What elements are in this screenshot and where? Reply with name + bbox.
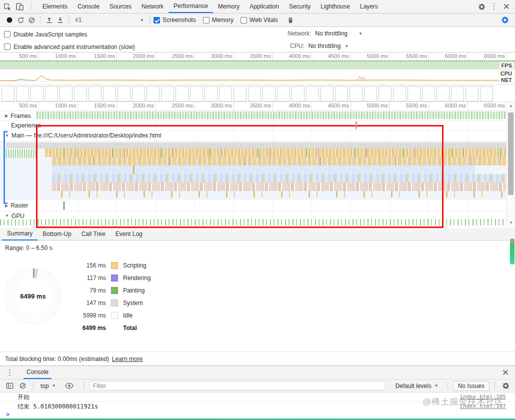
screenshot-frame[interactable] <box>30 86 44 102</box>
tab-security[interactable]: Security <box>284 0 316 13</box>
settings-gear-icon[interactable] <box>478 3 486 10</box>
reload-and-record-button[interactable] <box>15 14 26 26</box>
scroll-up-icon[interactable]: ▲ <box>506 102 515 110</box>
inspect-element-icon[interactable] <box>3 2 12 11</box>
screenshot-filmstrip[interactable] <box>0 85 515 102</box>
capture-settings-gear-icon[interactable] <box>501 16 511 24</box>
tab-network[interactable]: Network <box>136 0 168 13</box>
screenshot-frame[interactable] <box>16 86 29 102</box>
screenshot-frame[interactable] <box>248 86 261 102</box>
screenshot-frame[interactable] <box>132 86 145 102</box>
checkbox-box[interactable] <box>154 17 160 24</box>
tab-memory[interactable]: Memory <box>213 0 244 13</box>
flamechart-panel[interactable]: 500 ms1000 ms1500 ms2000 ms2500 ms3000 m… <box>0 102 515 228</box>
detail-tab-summary[interactable]: Summary <box>2 228 38 240</box>
screenshot-frame[interactable] <box>364 86 377 102</box>
learn-more-link[interactable]: Learn more <box>112 356 142 362</box>
screenshot-frame[interactable] <box>74 86 87 102</box>
layout-shift-marker[interactable] <box>356 122 357 129</box>
checkbox-box[interactable] <box>240 17 247 24</box>
tab-layers[interactable]: Layers <box>355 0 383 13</box>
screenshot-frame[interactable] <box>436 86 450 102</box>
execution-context-select[interactable]: top ▼ <box>38 382 58 390</box>
screenshot-frame[interactable] <box>103 86 116 102</box>
screenshot-frame[interactable] <box>335 86 348 102</box>
detail-tab-call-tree[interactable]: Call Tree <box>76 228 110 240</box>
device-toolbar-icon[interactable] <box>16 2 24 11</box>
load-profile-icon[interactable] <box>44 14 54 26</box>
scroll-down-icon[interactable]: ▼ <box>506 219 515 227</box>
ruler-tick: 6000 ms <box>429 52 468 60</box>
screenshot-frame[interactable] <box>190 86 203 102</box>
live-expression-eye-icon[interactable] <box>64 380 75 392</box>
detail-tab-bottom-up[interactable]: Bottom-Up <box>38 228 76 240</box>
record-button[interactable] <box>4 14 15 26</box>
track-scrollbar[interactable]: ▲ ▼ <box>506 102 515 228</box>
more-options-icon[interactable]: ⋮ <box>490 2 498 11</box>
screenshot-frame[interactable] <box>118 86 130 102</box>
screenshot-frame[interactable] <box>219 86 232 102</box>
clear-console-icon[interactable] <box>17 380 28 392</box>
ruler-tick: 6000 ms <box>429 102 468 110</box>
screenshot-frame[interactable] <box>204 86 218 102</box>
screenshot-frame[interactable] <box>45 86 58 102</box>
console-sidebar-toggle-icon[interactable] <box>4 380 15 392</box>
collapsed-arrow-icon[interactable]: ▶ <box>5 114 8 118</box>
console-filter-input[interactable] <box>90 381 386 390</box>
screenshot-frame[interactable] <box>350 86 362 102</box>
disable-js-checkbox[interactable] <box>4 31 10 38</box>
detail-tab-event-log[interactable]: Event Log <box>110 228 148 240</box>
screenshot-frame[interactable] <box>60 86 72 102</box>
screenshots-checkbox[interactable]: Screenshots <box>154 16 196 24</box>
screenshot-frame[interactable] <box>306 86 319 102</box>
no-issues-button[interactable]: No Issues <box>453 381 490 391</box>
tab-application[interactable]: Application <box>244 0 284 13</box>
tab-console[interactable]: Console <box>72 0 104 13</box>
console-settings-gear-icon[interactable] <box>500 380 511 392</box>
scrollbar-thumb[interactable] <box>508 112 514 195</box>
console-tab[interactable]: Console <box>24 366 52 379</box>
web-vitals-checkbox[interactable]: Web Vitals <box>240 16 278 24</box>
checkbox-box[interactable] <box>203 17 210 24</box>
screenshot-frame[interactable] <box>161 86 174 102</box>
screenshot-frame[interactable] <box>393 86 406 102</box>
screenshot-frame[interactable] <box>88 86 102 102</box>
tab-performance[interactable]: Performance <box>168 0 213 13</box>
expanded-arrow-icon[interactable]: ▼ <box>5 214 9 218</box>
timeline-overview[interactable]: 500 ms1000 ms1500 ms2000 ms2500 ms3000 m… <box>0 52 515 85</box>
console-prompt[interactable]: > <box>0 411 515 419</box>
screenshot-frame[interactable] <box>466 86 478 102</box>
screenshot-frame[interactable] <box>146 86 160 102</box>
tab-lighthouse[interactable]: Lighthouse <box>316 0 355 13</box>
screenshot-frame[interactable] <box>292 86 304 102</box>
close-devtools-icon[interactable]: ✕ <box>503 2 510 11</box>
screenshot-frame[interactable] <box>408 86 420 102</box>
close-drawer-icon[interactable]: ✕ <box>502 368 509 377</box>
clear-recording-icon[interactable] <box>26 14 37 26</box>
tab-elements[interactable]: Elements <box>38 0 72 13</box>
message-text: 开始 <box>18 394 30 400</box>
screenshot-frame[interactable] <box>422 86 435 102</box>
screenshot-frame[interactable] <box>176 86 188 102</box>
cpu-throttle-select[interactable]: No throttling ▼ <box>308 42 349 50</box>
drawer-more-icon[interactable]: ⋮ <box>6 368 14 377</box>
log-levels-select[interactable]: Default levels ▼ <box>392 382 442 390</box>
paint-instrumentation-checkbox[interactable] <box>4 44 10 50</box>
trash-icon[interactable] <box>285 14 296 26</box>
screenshot-frame[interactable] <box>262 86 276 102</box>
capture-settings-panel: Disable JavaScript samples Enable advanc… <box>0 27 515 52</box>
legend-row-total: 6499 msTotal <box>70 322 150 334</box>
screenshot-frame[interactable] <box>234 86 246 102</box>
screenshot-frame[interactable] <box>2 86 14 102</box>
tab-sources[interactable]: Sources <box>104 0 136 13</box>
ruler-tick: 5500 ms <box>390 102 429 110</box>
screenshot-frame[interactable] <box>277 86 290 102</box>
memory-checkbox[interactable]: Memory <box>203 16 234 24</box>
screenshot-frame[interactable] <box>451 86 464 102</box>
screenshot-frame[interactable] <box>480 86 493 102</box>
network-throttle-select[interactable]: No throttling ▼ <box>315 30 362 37</box>
screenshot-frame[interactable] <box>320 86 334 102</box>
recording-session-select[interactable]: #1 ▼ <box>72 16 147 24</box>
save-profile-icon[interactable] <box>54 14 66 26</box>
screenshot-frame[interactable] <box>378 86 392 102</box>
